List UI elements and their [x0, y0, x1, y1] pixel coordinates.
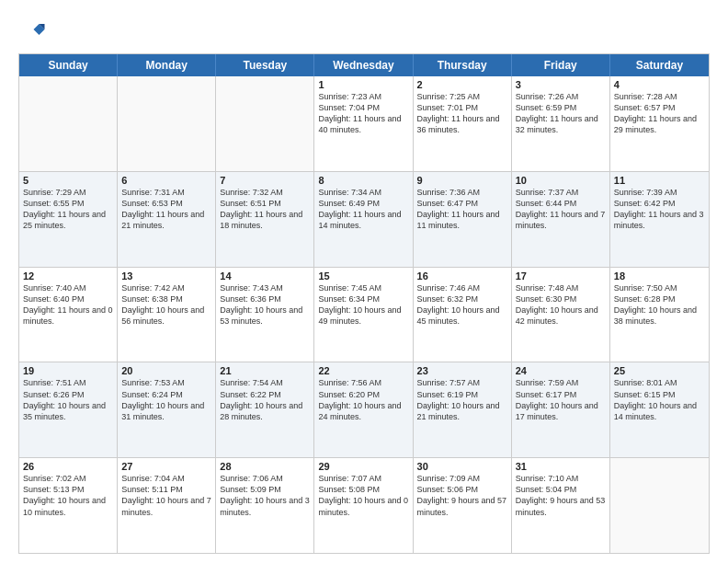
day-number: 16 — [417, 270, 507, 282]
calendar-header: SundayMondayTuesdayWednesdayThursdayFrid… — [19, 54, 709, 76]
calendar-cell: 16Sunrise: 7:46 AM Sunset: 6:32 PM Dayli… — [414, 268, 512, 362]
day-number: 29 — [318, 461, 408, 472]
cell-info: Sunrise: 7:57 AM Sunset: 6:19 PM Dayligh… — [417, 377, 507, 422]
calendar-cell: 19Sunrise: 7:51 AM Sunset: 6:26 PM Dayli… — [19, 362, 118, 457]
day-number: 27 — [121, 461, 211, 472]
calendar-cell: 22Sunrise: 7:56 AM Sunset: 6:20 PM Dayli… — [314, 362, 413, 457]
calendar-row: 1Sunrise: 7:23 AM Sunset: 7:04 PM Daylig… — [19, 76, 709, 172]
calendar-cell: 26Sunrise: 7:02 AM Sunset: 5:13 PM Dayli… — [19, 458, 118, 553]
calendar-cell: 14Sunrise: 7:43 AM Sunset: 6:36 PM Dayli… — [216, 268, 314, 362]
cell-info: Sunrise: 7:09 AM Sunset: 5:06 PM Dayligh… — [417, 473, 507, 518]
cell-info: Sunrise: 7:25 AM Sunset: 7:01 PM Dayligh… — [417, 91, 507, 136]
cell-info: Sunrise: 7:53 AM Sunset: 6:24 PM Dayligh… — [121, 377, 211, 422]
calendar-cell: 24Sunrise: 7:59 AM Sunset: 6:17 PM Dayli… — [512, 362, 610, 457]
day-number: 17 — [516, 270, 606, 282]
cell-info: Sunrise: 7:07 AM Sunset: 5:08 PM Dayligh… — [318, 473, 408, 518]
cell-info: Sunrise: 7:59 AM Sunset: 6:17 PM Dayligh… — [516, 377, 606, 422]
day-number: 19 — [23, 365, 113, 376]
day-number: 1 — [318, 79, 408, 90]
weekday-header: Saturday — [610, 54, 709, 76]
calendar-cell: 23Sunrise: 7:57 AM Sunset: 6:19 PM Dayli… — [414, 362, 512, 457]
weekday-header: Monday — [118, 54, 216, 76]
cell-info: Sunrise: 7:48 AM Sunset: 6:30 PM Dayligh… — [516, 282, 606, 327]
calendar-cell: 20Sunrise: 7:53 AM Sunset: 6:24 PM Dayli… — [118, 362, 216, 457]
weekday-header: Wednesday — [314, 54, 413, 76]
calendar-cell — [118, 76, 216, 171]
page: SundayMondayTuesdayWednesdayThursdayFrid… — [0, 0, 728, 563]
weekday-header: Friday — [512, 54, 610, 76]
cell-info: Sunrise: 7:10 AM Sunset: 5:04 PM Dayligh… — [516, 473, 606, 518]
day-number: 8 — [318, 175, 408, 186]
calendar-cell — [19, 76, 118, 171]
calendar-cell: 12Sunrise: 7:40 AM Sunset: 6:40 PM Dayli… — [19, 268, 118, 362]
calendar-cell: 17Sunrise: 7:48 AM Sunset: 6:30 PM Dayli… — [512, 268, 610, 362]
cell-info: Sunrise: 7:51 AM Sunset: 6:26 PM Dayligh… — [23, 377, 113, 422]
cell-info: Sunrise: 7:37 AM Sunset: 6:44 PM Dayligh… — [516, 187, 606, 232]
day-number: 26 — [23, 461, 113, 472]
cell-info: Sunrise: 7:56 AM Sunset: 6:20 PM Dayligh… — [318, 377, 408, 422]
calendar-row: 26Sunrise: 7:02 AM Sunset: 5:13 PM Dayli… — [19, 458, 709, 553]
calendar-cell: 25Sunrise: 8:01 AM Sunset: 6:15 PM Dayli… — [610, 362, 709, 457]
logo-icon — [18, 18, 46, 46]
cell-info: Sunrise: 7:36 AM Sunset: 6:47 PM Dayligh… — [417, 187, 507, 232]
day-number: 5 — [23, 175, 113, 186]
day-number: 6 — [121, 175, 211, 186]
calendar-cell: 27Sunrise: 7:04 AM Sunset: 5:11 PM Dayli… — [118, 458, 216, 553]
calendar-cell: 7Sunrise: 7:32 AM Sunset: 6:51 PM Daylig… — [216, 172, 314, 267]
day-number: 31 — [516, 461, 606, 472]
day-number: 11 — [614, 175, 705, 186]
cell-info: Sunrise: 7:02 AM Sunset: 5:13 PM Dayligh… — [23, 473, 113, 518]
weekday-header: Tuesday — [216, 54, 314, 76]
cell-info: Sunrise: 7:45 AM Sunset: 6:34 PM Dayligh… — [318, 282, 408, 327]
day-number: 12 — [23, 270, 113, 282]
calendar-row: 5Sunrise: 7:29 AM Sunset: 6:55 PM Daylig… — [19, 172, 709, 268]
day-number: 14 — [220, 270, 310, 282]
day-number: 24 — [516, 365, 606, 376]
day-number: 10 — [516, 175, 606, 186]
calendar-cell: 31Sunrise: 7:10 AM Sunset: 5:04 PM Dayli… — [512, 458, 610, 553]
cell-info: Sunrise: 7:32 AM Sunset: 6:51 PM Dayligh… — [220, 187, 310, 232]
calendar-row: 19Sunrise: 7:51 AM Sunset: 6:26 PM Dayli… — [19, 362, 709, 458]
cell-info: Sunrise: 7:29 AM Sunset: 6:55 PM Dayligh… — [23, 187, 113, 232]
calendar-cell: 11Sunrise: 7:39 AM Sunset: 6:42 PM Dayli… — [610, 172, 709, 267]
cell-info: Sunrise: 7:06 AM Sunset: 5:09 PM Dayligh… — [220, 473, 310, 518]
calendar-cell: 2Sunrise: 7:25 AM Sunset: 7:01 PM Daylig… — [414, 76, 512, 171]
cell-info: Sunrise: 7:43 AM Sunset: 6:36 PM Dayligh… — [220, 282, 310, 327]
day-number: 4 — [614, 79, 705, 90]
header — [18, 18, 710, 46]
calendar-row: 12Sunrise: 7:40 AM Sunset: 6:40 PM Dayli… — [19, 268, 709, 363]
day-number: 21 — [220, 365, 310, 376]
calendar-cell: 29Sunrise: 7:07 AM Sunset: 5:08 PM Dayli… — [314, 458, 413, 553]
calendar-cell: 9Sunrise: 7:36 AM Sunset: 6:47 PM Daylig… — [414, 172, 512, 267]
cell-info: Sunrise: 7:54 AM Sunset: 6:22 PM Dayligh… — [220, 377, 310, 422]
calendar-cell: 3Sunrise: 7:26 AM Sunset: 6:59 PM Daylig… — [512, 76, 610, 171]
cell-info: Sunrise: 7:28 AM Sunset: 6:57 PM Dayligh… — [614, 91, 705, 136]
calendar-cell: 28Sunrise: 7:06 AM Sunset: 5:09 PM Dayli… — [216, 458, 314, 553]
cell-info: Sunrise: 7:31 AM Sunset: 6:53 PM Dayligh… — [121, 187, 211, 232]
weekday-header: Thursday — [414, 54, 512, 76]
day-number: 25 — [614, 365, 705, 376]
calendar-cell — [216, 76, 314, 171]
day-number: 9 — [417, 175, 507, 186]
day-number: 30 — [417, 461, 507, 472]
calendar: SundayMondayTuesdayWednesdayThursdayFrid… — [18, 53, 710, 554]
cell-info: Sunrise: 8:01 AM Sunset: 6:15 PM Dayligh… — [614, 377, 705, 422]
cell-info: Sunrise: 7:40 AM Sunset: 6:40 PM Dayligh… — [23, 282, 113, 327]
calendar-cell: 18Sunrise: 7:50 AM Sunset: 6:28 PM Dayli… — [610, 268, 709, 362]
day-number: 13 — [121, 270, 211, 282]
day-number: 20 — [121, 365, 211, 376]
cell-info: Sunrise: 7:23 AM Sunset: 7:04 PM Dayligh… — [318, 91, 408, 136]
day-number: 23 — [417, 365, 507, 376]
day-number: 2 — [417, 79, 507, 90]
calendar-body: 1Sunrise: 7:23 AM Sunset: 7:04 PM Daylig… — [19, 76, 709, 553]
calendar-cell: 30Sunrise: 7:09 AM Sunset: 5:06 PM Dayli… — [414, 458, 512, 553]
calendar-cell — [610, 458, 709, 553]
cell-info: Sunrise: 7:50 AM Sunset: 6:28 PM Dayligh… — [614, 282, 705, 327]
cell-info: Sunrise: 7:39 AM Sunset: 6:42 PM Dayligh… — [614, 187, 705, 232]
cell-info: Sunrise: 7:34 AM Sunset: 6:49 PM Dayligh… — [318, 187, 408, 232]
day-number: 18 — [614, 270, 705, 282]
calendar-cell: 5Sunrise: 7:29 AM Sunset: 6:55 PM Daylig… — [19, 172, 118, 267]
calendar-cell: 6Sunrise: 7:31 AM Sunset: 6:53 PM Daylig… — [118, 172, 216, 267]
cell-info: Sunrise: 7:42 AM Sunset: 6:38 PM Dayligh… — [121, 282, 211, 327]
logo — [18, 18, 50, 46]
